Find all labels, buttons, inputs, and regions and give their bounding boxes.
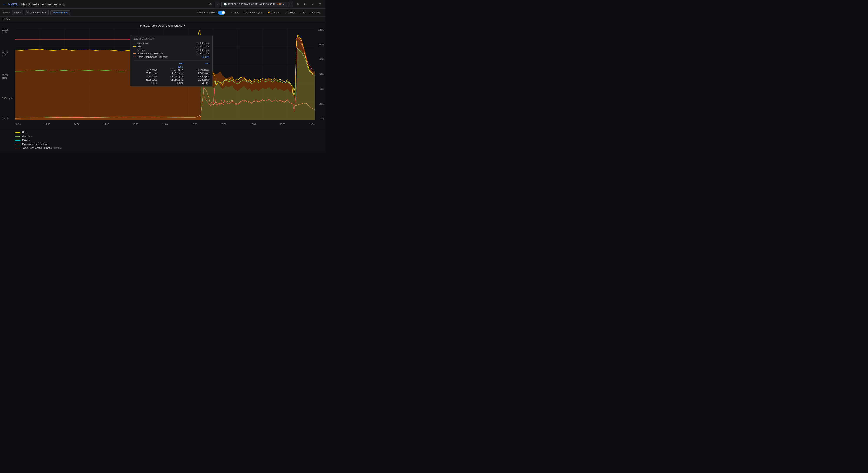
legend-item-openings[interactable]: Openings <box>15 135 310 138</box>
nav-mysql[interactable]: ≡ MySQL <box>284 10 297 15</box>
sub-bar-right: PMM Annotations ⌂ Home ≣ Query Analytics… <box>197 10 323 15</box>
refresh-options-button[interactable]: ∨ <box>309 1 315 7</box>
time-range-value: 2022-09-23 13:28:49 to 2022-09-23 18:50:… <box>228 3 276 6</box>
tooltip-dot-1 <box>133 46 135 47</box>
tooltip-dot-3 <box>133 53 135 54</box>
nav-home[interactable]: ⌂ Home <box>229 10 241 15</box>
tooltip-label-4: Table Open Cache Hit Ratio: <box>137 56 199 58</box>
service-name-button[interactable]: Service Name <box>50 10 70 15</box>
refresh-icon: ↻ <box>304 3 306 6</box>
breadcrumb-parent[interactable]: MySQL <box>8 3 18 6</box>
stat-r4-avg: 73.00% <box>186 82 209 84</box>
chart-title-row: i MySQL Table Open Cache Status ∨ <box>0 23 326 29</box>
time-nav-prev[interactable]: ‹ <box>215 2 220 7</box>
tooltip-row-0: Openings: 5.56K ops/s <box>133 42 209 44</box>
tooltip-stat-max[interactable]: max <box>186 62 209 65</box>
tooltip-stat-min[interactable]: min <box>160 62 183 65</box>
stat-r1-min: 35.28 ops/s <box>133 72 157 75</box>
legend-hits-label: Hits <box>22 131 26 134</box>
time-range-button[interactable]: 🕐 2022-09-23 13:28:49 to 2022-09-23 18:5… <box>221 2 287 7</box>
interval-value: auto <box>14 11 19 14</box>
chevron-down-icon: ∨ <box>45 11 46 14</box>
chart-title[interactable]: MySQL Table Open Cache Status ∨ <box>140 24 185 27</box>
legend-misses-color <box>15 140 21 141</box>
chevron-down-icon: ∨ <box>311 3 314 6</box>
x-label-6: 16:30 <box>192 123 197 125</box>
pmm-annotations-label: PMM Annotations <box>197 11 216 14</box>
tooltip-avg-spacer <box>133 66 157 68</box>
tooltip-value-1: 13.89K ops/s <box>195 45 209 48</box>
chart-section: i MySQL Table Open Cache Status ∨ 20.00K… <box>0 21 326 151</box>
x-label-2: 14:30 <box>74 123 80 125</box>
legend-overflow-color <box>15 144 21 144</box>
tooltip-label-0: Openings: <box>137 42 195 44</box>
info-icon: i <box>3 24 3 27</box>
x-label-8: 17:30 <box>250 123 256 125</box>
zoom-out-button[interactable]: ⊖ <box>295 1 301 7</box>
tv-mode-button[interactable]: ⊡ <box>317 1 323 7</box>
y-right-label-1: 100% <box>316 43 324 46</box>
y-label-0: 20.00K ops/s <box>2 29 13 33</box>
nav-qa-label: Query Analytics <box>246 11 263 14</box>
tooltip-value-4: 71.41% <box>202 56 209 58</box>
svg-point-22 <box>200 116 202 117</box>
chevron-down-icon: ∨ <box>283 3 284 6</box>
nav-mysql-label: MySQL <box>287 11 296 14</box>
x-label-5: 16:00 <box>162 123 167 125</box>
timezone-label: MSK <box>276 3 282 6</box>
legend-item-hits[interactable]: Hits <box>15 131 310 134</box>
back-button[interactable]: ← <box>3 2 6 6</box>
tooltip-value-0: 5.56K ops/s <box>197 42 209 44</box>
ha-icon: ≡ <box>300 11 301 14</box>
legend-ratio-label: Table Open Cache Hit Ratio <box>22 147 52 149</box>
tooltip-label-2: Misses: <box>137 49 195 51</box>
chart-wrapper: 20.00K ops/s 15.00K ops/s 10.00K ops/s 5… <box>0 29 326 128</box>
tooltip-value-2: 5.56K ops/s <box>197 49 209 51</box>
y-right-label-4: 40% <box>316 88 324 90</box>
pmm-tag: ≡ PMM <box>3 18 10 20</box>
stat-r0-min: 0.04 ops/s <box>133 69 157 71</box>
nav-query-analytics[interactable]: ≣ Query Analytics <box>242 10 265 15</box>
stat-r3-max: 11.15K ops/s <box>160 79 183 81</box>
pmm-annotations-toggle[interactable] <box>218 11 225 14</box>
pmm-annotations: PMM Annotations <box>197 11 225 14</box>
legend-item-hit-ratio[interactable]: Table Open Cache Hit Ratio (right-y) <box>15 147 310 149</box>
stat-r3-min: 35.28 ops/s <box>133 79 157 81</box>
legend-item-misses[interactable]: Misses <box>15 139 310 141</box>
interval-dropdown[interactable]: auto ∨ <box>12 10 23 15</box>
x-label-3: 15:00 <box>103 123 109 125</box>
nav-services[interactable]: ≡ Services <box>308 10 323 15</box>
top-bar-right: ⚙ ‹ 🕐 2022-09-23 13:28:49 to 2022-09-23 … <box>208 1 323 7</box>
tooltip-label-3: Misses due to Overflows: <box>137 52 195 55</box>
zoom-icon: ⊖ <box>297 3 299 6</box>
star-button[interactable]: ★ <box>59 3 62 6</box>
compare-icon: ⚡ <box>267 11 270 14</box>
breadcrumb-current: MySQL Instance Summary <box>22 3 58 6</box>
legend-item-misses-overflow[interactable]: Misses due to Overflows <box>15 143 310 145</box>
time-nav-next[interactable]: › <box>288 2 293 7</box>
legend-openings-label: Openings <box>22 135 32 138</box>
environment-dropdown[interactable]: Environment All ∨ <box>25 10 49 15</box>
tooltip-row-3: Misses due to Overflows: 5.56K ops/s <box>133 52 209 55</box>
legend-ratio-sublabel: (right-y) <box>53 147 62 149</box>
nav-links: ⌂ Home ≣ Query Analytics ⚡ Compare ≡ MyS… <box>229 10 323 15</box>
tooltip-row-1: Hits: 13.89K ops/s <box>133 45 209 48</box>
nav-compare[interactable]: ⚡ Compare <box>266 10 282 15</box>
chart-title-text: MySQL Table Open Cache Status <box>140 24 182 27</box>
pmm-label: PMM <box>5 18 10 20</box>
share-button[interactable]: ⎘ <box>63 3 65 6</box>
settings-button[interactable]: ⚙ <box>208 1 214 7</box>
chart-title-chevron: ∨ <box>183 24 185 27</box>
x-label-9: 18:00 <box>280 123 285 125</box>
tv-icon: ⊡ <box>319 3 321 6</box>
tooltip-stat-avg[interactable]: avg ↓ <box>160 66 183 68</box>
legend-ratio-color <box>15 148 21 148</box>
legend-openings-color <box>15 136 21 137</box>
refresh-button[interactable]: ↻ <box>302 1 308 7</box>
legend-section: Hits Openings Misses Misses due to Overf… <box>0 128 326 151</box>
sub-toolbar: Interval auto ∨ Environment All ∨ Servic… <box>0 9 326 17</box>
pmm-menu-icon: ≡ <box>3 18 4 20</box>
nav-ha[interactable]: ≡ HA <box>298 10 307 15</box>
stat-r0-avg: 11.44K ops/s <box>186 69 209 71</box>
x-label-4: 15:30 <box>133 123 138 125</box>
